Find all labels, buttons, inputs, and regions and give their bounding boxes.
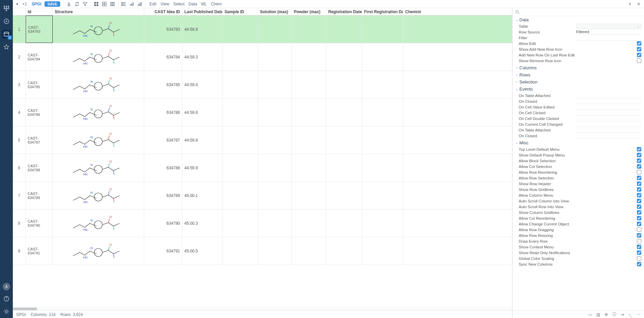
cell-lpd[interactable]: 44:59.9 xyxy=(182,154,223,181)
panel-info-icon[interactable]: ⓘ xyxy=(612,312,617,317)
cell-solmax[interactable] xyxy=(258,210,292,237)
prop-checkbox[interactable] xyxy=(637,233,641,238)
col-castid[interactable]: CAST Idea ID xyxy=(144,8,182,15)
prop-input[interactable] xyxy=(576,110,641,116)
menu-ml[interactable]: ML xyxy=(199,1,209,7)
prop-checkbox[interactable] xyxy=(637,262,641,266)
cell-structure[interactable]: N O HN xyxy=(53,43,144,71)
filter-icon[interactable] xyxy=(82,1,88,7)
bar1-icon[interactable] xyxy=(128,1,135,7)
cell-structure[interactable]: N O HN xyxy=(53,154,144,181)
cell-firstreg[interactable] xyxy=(362,126,403,154)
cell-solmax[interactable] xyxy=(258,237,292,265)
cell-sampleid[interactable] xyxy=(223,210,258,237)
table-row[interactable]: 6CAST-634788 N O HN 63478844:59.9 xyxy=(13,154,512,182)
cell-chemist[interactable] xyxy=(403,182,421,209)
cell-castid[interactable]: 634783 xyxy=(144,16,182,43)
cell-id[interactable]: CAST-634784 xyxy=(26,43,53,71)
prop-input[interactable]: Filtered xyxy=(576,29,641,35)
menu-select[interactable]: Select xyxy=(171,1,186,7)
cell-regdate[interactable] xyxy=(326,126,362,154)
cell-firstreg[interactable] xyxy=(362,43,403,71)
cell-lpd[interactable]: 45:00.3 xyxy=(182,210,223,237)
close-icon[interactable]: ✕ xyxy=(635,1,642,7)
menu-data[interactable]: Data xyxy=(186,1,199,7)
prop-checkbox[interactable] xyxy=(637,216,641,220)
logo-icon[interactable] xyxy=(2,4,11,13)
prop-input[interactable] xyxy=(576,127,641,133)
prop-checkbox[interactable] xyxy=(637,147,641,151)
cell-powmax[interactable] xyxy=(292,237,326,265)
cell-chemist[interactable] xyxy=(403,237,421,265)
cell-castid[interactable]: 634787 xyxy=(144,126,182,154)
cell-chemist[interactable] xyxy=(403,126,421,154)
col-id[interactable]: Id xyxy=(26,8,53,15)
add-workspace[interactable]: +1 xyxy=(21,2,28,6)
prop-checkbox[interactable] xyxy=(637,176,641,180)
cell-id[interactable]: CAST-634783 xyxy=(26,16,53,43)
prop-checkbox[interactable] xyxy=(637,170,641,174)
cell-id[interactable]: CAST-634785 xyxy=(26,71,53,98)
cell-firstreg[interactable] xyxy=(362,210,403,237)
cell-structure[interactable]: N O HN xyxy=(53,182,144,209)
prop-checkbox[interactable] xyxy=(637,227,641,232)
cell-sampleid[interactable] xyxy=(223,99,258,126)
cell-structure[interactable]: N O HN xyxy=(53,210,144,237)
section-columns[interactable]: ›Columns xyxy=(513,64,644,71)
cell-regdate[interactable] xyxy=(326,210,362,237)
grid2-icon[interactable] xyxy=(101,1,108,7)
prop-input[interactable] xyxy=(576,35,641,41)
prop-input[interactable] xyxy=(576,104,641,110)
cell-lpd[interactable]: 45:00.5 xyxy=(182,237,223,265)
cell-castid[interactable]: 634790 xyxy=(144,210,182,237)
cell-chemist[interactable] xyxy=(403,16,421,43)
workspace-icon[interactable] xyxy=(2,30,11,39)
cell-castid[interactable]: 634788 xyxy=(144,154,182,181)
cell-solmax[interactable] xyxy=(258,16,292,43)
cell-powmax[interactable] xyxy=(292,126,326,154)
col-firstreg[interactable]: First Registration Date xyxy=(362,8,403,15)
cell-powmax[interactable] xyxy=(292,182,326,209)
cell-regdate[interactable] xyxy=(326,154,362,181)
cell-powmax[interactable] xyxy=(292,154,326,181)
panel-more-icon[interactable]: ⋯ xyxy=(636,312,641,317)
cell-id[interactable]: CAST-634791 xyxy=(26,237,53,265)
table-row[interactable]: 2CAST-634784 N O HN 63478444:59.3 xyxy=(13,43,512,71)
cell-castid[interactable]: 634786 xyxy=(144,99,182,126)
cell-powmax[interactable] xyxy=(292,43,326,71)
prop-checkbox[interactable] xyxy=(637,245,641,249)
panel-collapse-icon[interactable]: ⇥ xyxy=(620,312,625,317)
col-rownum[interactable] xyxy=(13,8,26,15)
prop-checkbox[interactable] xyxy=(637,204,641,209)
cell-structure[interactable]: N O HN xyxy=(53,126,144,154)
cell-lpd[interactable]: 44:59.6 xyxy=(182,99,223,126)
table-row[interactable]: 3CAST-634785 N O HN 63478544:59.4 xyxy=(13,71,512,99)
cell-sampleid[interactable] xyxy=(223,126,258,154)
menu-chem[interactable]: Chem xyxy=(209,1,224,7)
cell-powmax[interactable] xyxy=(292,99,326,126)
prop-checkbox[interactable] xyxy=(637,193,641,197)
prop-select[interactable]: ⌄ xyxy=(576,24,641,29)
cell-chemist[interactable] xyxy=(403,99,421,126)
prop-checkbox[interactable] xyxy=(637,239,641,243)
prop-input[interactable] xyxy=(576,99,641,104)
prop-checkbox[interactable] xyxy=(637,250,641,255)
cell-sampleid[interactable] xyxy=(223,154,258,181)
section-data[interactable]: ⌄Data xyxy=(513,16,644,23)
cell-structure[interactable]: N O HN xyxy=(53,99,144,126)
settings-icon[interactable] xyxy=(2,307,11,316)
cell-sampleid[interactable] xyxy=(223,237,258,265)
prop-checkbox[interactable] xyxy=(637,158,641,163)
save-button[interactable]: SAVE xyxy=(45,1,60,7)
cell-powmax[interactable] xyxy=(292,16,326,43)
workspace-dropdown[interactable]: ▾ xyxy=(15,2,20,6)
cell-id[interactable]: CAST-634786 xyxy=(26,99,53,126)
h-scrollbar[interactable] xyxy=(13,307,512,311)
bar2-icon[interactable] xyxy=(136,1,143,7)
cell-id[interactable]: CAST-634790 xyxy=(26,210,53,237)
cell-regdate[interactable] xyxy=(326,99,362,126)
col-lastpub[interactable]: Last Published Date xyxy=(182,8,223,15)
cell-structure[interactable]: N O HN xyxy=(53,16,144,43)
prop-checkbox[interactable] xyxy=(637,210,641,215)
cell-castid[interactable]: 634784 xyxy=(144,43,182,71)
